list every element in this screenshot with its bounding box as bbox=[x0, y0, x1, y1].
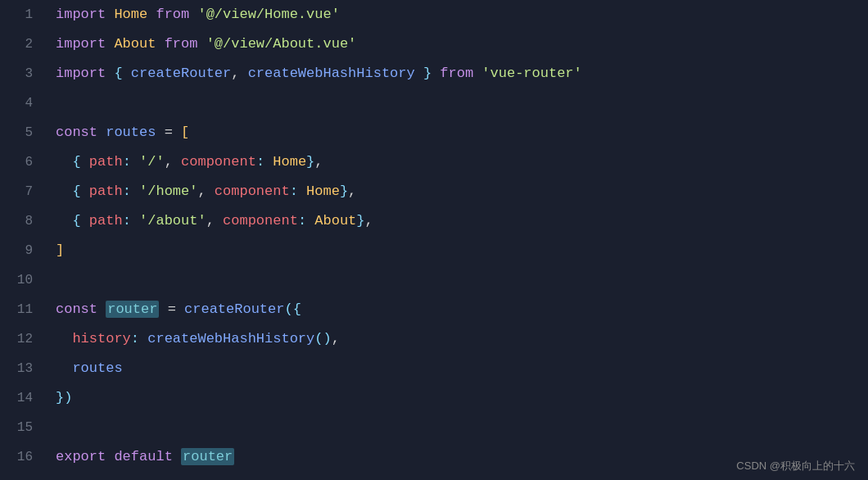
line-content-3: import { createRouter, createWebHashHist… bbox=[49, 59, 868, 88]
line-num-13: 13 bbox=[0, 361, 49, 376]
line-num-8: 8 bbox=[0, 214, 49, 229]
code-line-5: 5 const routes = [ bbox=[0, 118, 868, 147]
line-num-1: 1 bbox=[0, 7, 49, 22]
footer-watermark: CSDN @积极向上的十六 bbox=[736, 459, 855, 473]
code-line-1: 1 import Home from '@/view/Home.vue' bbox=[0, 0, 868, 29]
line-num-6: 6 bbox=[0, 155, 49, 170]
line-num-9: 9 bbox=[0, 243, 49, 258]
code-line-4: 4 bbox=[0, 88, 868, 118]
line-num-3: 3 bbox=[0, 66, 49, 81]
line-content-10 bbox=[49, 265, 868, 295]
code-line-14: 14 }) bbox=[0, 383, 868, 413]
line-num-15: 15 bbox=[0, 420, 49, 435]
line-num-16: 16 bbox=[0, 450, 49, 464]
line-num-10: 10 bbox=[0, 273, 49, 288]
line-num-5: 5 bbox=[0, 125, 49, 140]
code-line-13: 13 routes bbox=[0, 354, 868, 383]
line-content-14: }) bbox=[49, 383, 868, 413]
code-line-12: 12 history: createWebHashHistory(), bbox=[0, 324, 868, 354]
line-content-15 bbox=[49, 413, 868, 442]
line-content-4 bbox=[49, 88, 868, 118]
line-content-12: history: createWebHashHistory(), bbox=[49, 324, 868, 354]
code-line-2: 2 import About from '@/view/About.vue' bbox=[0, 29, 868, 59]
code-line-10: 10 bbox=[0, 265, 868, 295]
code-line-11: 11 const router = createRouter({ bbox=[0, 295, 868, 324]
line-num-7: 7 bbox=[0, 184, 49, 199]
code-line-8: 8 { path: '/about', component: About}, bbox=[0, 206, 868, 236]
line-num-4: 4 bbox=[0, 96, 49, 111]
line-num-2: 2 bbox=[0, 37, 49, 52]
code-editor: 1 import Home from '@/view/Home.vue' 2 i… bbox=[0, 0, 868, 480]
line-content-13: routes bbox=[49, 354, 868, 383]
code-line-9: 9 ] bbox=[0, 236, 868, 265]
line-content-2: import About from '@/view/About.vue' bbox=[49, 29, 868, 59]
line-content-9: ] bbox=[49, 236, 868, 265]
line-num-11: 11 bbox=[0, 302, 49, 317]
code-line-6: 6 { path: '/', component: Home}, bbox=[0, 147, 868, 177]
line-content-1: import Home from '@/view/Home.vue' bbox=[49, 0, 868, 29]
line-content-6: { path: '/', component: Home}, bbox=[49, 147, 868, 177]
code-line-3: 3 import { createRouter, createWebHashHi… bbox=[0, 59, 868, 88]
line-content-11: const router = createRouter({ bbox=[49, 295, 868, 324]
line-num-12: 12 bbox=[0, 332, 49, 346]
line-num-14: 14 bbox=[0, 391, 49, 405]
code-line-7: 7 { path: '/home', component: Home}, bbox=[0, 177, 868, 206]
code-line-15: 15 bbox=[0, 413, 868, 442]
line-content-7: { path: '/home', component: Home}, bbox=[49, 177, 868, 206]
line-content-5: const routes = [ bbox=[49, 118, 868, 147]
line-content-8: { path: '/about', component: About}, bbox=[49, 206, 868, 236]
